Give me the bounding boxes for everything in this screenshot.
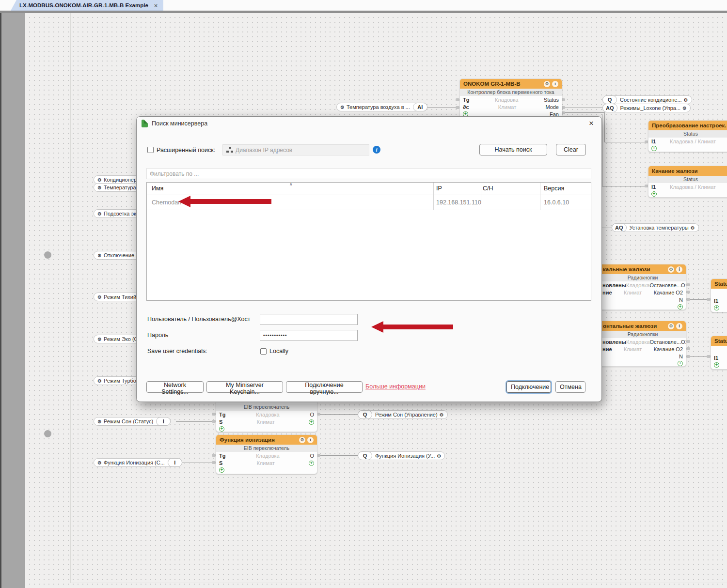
ip-range-input[interactable] <box>222 144 369 155</box>
pin-label[interactable]: ние <box>602 346 612 352</box>
manual-connect-button[interactable]: Подключение вручную... <box>286 381 363 393</box>
gear-icon[interactable]: ⚙ <box>299 437 305 443</box>
gear-icon[interactable]: ⚙ <box>97 211 102 217</box>
close-icon[interactable]: × <box>587 119 596 128</box>
block-header[interactable]: онтальные жалюзи ⚙ i <box>600 321 686 331</box>
function-block-transform[interactable]: Преобразование настроек. Status I1 Кладо… <box>648 120 727 152</box>
info-icon[interactable]: i <box>373 146 380 154</box>
pin-label[interactable]: ние <box>602 290 612 295</box>
connect-button[interactable]: Подключение <box>506 381 551 393</box>
pin-label[interactable]: O <box>310 453 314 459</box>
dialog-titlebar[interactable]: Поиск минисервера <box>137 117 601 130</box>
pin-label[interactable]: Tg <box>463 97 469 103</box>
pin-label[interactable]: ϑc <box>463 104 469 110</box>
plus-icon[interactable]: + <box>219 467 224 473</box>
block-header[interactable]: ONOKOM GR-1-MB-B ⚙ i <box>460 79 562 89</box>
more-info-link[interactable]: Больше информации <box>365 383 426 390</box>
port-capsule[interactable]: AI <box>413 103 427 111</box>
port-capsule[interactable]: Q <box>358 451 372 460</box>
column-header-name[interactable]: Имя <box>152 185 163 192</box>
cancel-button[interactable]: Отмена <box>555 381 585 393</box>
pin-label[interactable]: N <box>679 354 683 359</box>
pin-label[interactable]: Mode <box>545 104 559 110</box>
tab-close-icon[interactable]: × <box>153 2 159 9</box>
io-pill-q-state[interactable]: Q Состояние кондиционе... ⚙ <box>602 95 692 104</box>
io-pill-temp-air[interactable]: ⚙ Температура воздуха в ... AI <box>336 103 427 111</box>
pin-label[interactable]: Качание О2 <box>654 346 683 352</box>
info-badge-icon[interactable]: i <box>307 437 314 443</box>
function-block-eib-switch-1[interactable]: EIB переключатель Tg Кладовка O S Климат… <box>216 402 317 432</box>
pin-label[interactable]: Tg <box>219 412 225 418</box>
io-pill-aq-modes[interactable]: AQ Режимы_Loxone (Упра... ⚙ <box>602 104 691 112</box>
pin-label[interactable]: Остановле...О1 <box>649 339 686 345</box>
pin-label[interactable]: Status <box>544 97 559 103</box>
port-capsule[interactable]: Q <box>602 95 617 104</box>
pin-label[interactable]: I1 <box>651 139 656 144</box>
gear-icon[interactable]: ⚙ <box>97 460 102 465</box>
port-capsule[interactable]: AQ <box>612 223 627 232</box>
pin-label[interactable]: новлены <box>602 282 626 288</box>
pin-label[interactable]: N <box>679 297 683 303</box>
column-header-version[interactable]: Версия <box>544 185 564 192</box>
gear-icon[interactable]: ⚙ <box>97 253 102 258</box>
gear-icon[interactable]: ⚙ <box>544 81 550 87</box>
gear-icon[interactable]: ⚙ <box>97 185 102 190</box>
gear-icon[interactable]: ⚙ <box>97 294 102 300</box>
cell-ip[interactable]: 192.168.151.110 <box>436 199 481 206</box>
pin-label[interactable]: I1 <box>714 298 718 304</box>
pin-label[interactable]: O <box>310 412 314 418</box>
plus-icon[interactable]: + <box>714 305 719 310</box>
column-header-ip[interactable]: IP <box>436 185 442 192</box>
function-block-ionization[interactable]: Функция ионизация ⚙ i EIB переключатель … <box>216 434 317 474</box>
io-pill-q-ionization[interactable]: Q Функция Ионизация (У... ⚙ <box>358 451 445 460</box>
pin-label[interactable]: Качание О2 <box>654 290 683 295</box>
info-badge-icon[interactable]: i <box>676 323 682 329</box>
function-block-onokom[interactable]: ONOKOM GR-1-MB-B ⚙ i Контроллер блока пе… <box>459 78 562 120</box>
plus-icon[interactable]: + <box>678 361 683 366</box>
block-header[interactable]: Statu <box>711 336 727 346</box>
pin-label[interactable]: I1 <box>714 355 718 361</box>
function-block-horizontal-blinds[interactable]: онтальные жалюзи ⚙ i Радиокнопки новлены… <box>599 321 686 367</box>
gear-icon[interactable]: ⚙ <box>691 225 695 231</box>
io-pill-ionization-status[interactable]: ⚙ Функция Ионизация (С... I <box>94 458 182 467</box>
gear-icon[interactable]: ⚙ <box>684 97 688 103</box>
gear-icon[interactable]: ⚙ <box>97 337 102 342</box>
advanced-search-checkbox[interactable] <box>147 147 154 153</box>
cell-version[interactable]: 16.0.6.10 <box>544 199 569 206</box>
block-header[interactable]: Преобразование настроек. <box>648 121 727 130</box>
filter-input[interactable] <box>146 168 591 179</box>
gear-icon[interactable]: ⚙ <box>97 419 102 424</box>
pin-label[interactable]: Остановле...О1 <box>649 282 686 288</box>
io-pill-aq-settemp[interactable]: AQ Установка температуры ⚙ <box>612 223 699 232</box>
port-capsule[interactable]: AQ <box>602 104 617 112</box>
plus-icon[interactable]: + <box>651 146 657 151</box>
keychain-button[interactable]: My Miniserver Keychain... <box>206 381 283 393</box>
plus-icon[interactable]: + <box>219 426 224 432</box>
function-block-vertical-blinds[interactable]: кальные жалюзи ⚙ i Радиокнопки новлены К… <box>599 264 686 310</box>
pin-label[interactable]: Tg <box>219 453 225 459</box>
document-tab[interactable]: LX-MODBUS-ONOKOM-AIR-GR-1-MB-B Example × <box>11 0 163 11</box>
block-header[interactable]: кальные жалюзи ⚙ i <box>600 264 686 274</box>
block-header[interactable]: Функция ионизация ⚙ i <box>216 435 317 445</box>
password-input[interactable] <box>260 330 358 341</box>
plus-icon[interactable]: + <box>678 304 683 309</box>
pin-label[interactable]: S <box>219 460 222 466</box>
port-capsule[interactable]: I <box>168 458 182 467</box>
gear-icon[interactable]: ⚙ <box>97 378 102 384</box>
cell-name[interactable]: Chemodan <box>152 199 181 206</box>
plus-icon[interactable]: + <box>714 362 719 368</box>
io-pill-q-sleep[interactable]: Q Режим Сон (Управление) ⚙ <box>358 410 448 419</box>
pin-label[interactable]: S <box>219 419 222 425</box>
pin-label[interactable]: I1 <box>651 184 656 190</box>
gear-icon[interactable]: ⚙ <box>440 412 444 418</box>
column-header-sn[interactable]: С/Н <box>483 185 493 192</box>
gear-icon[interactable]: ⚙ <box>668 323 674 329</box>
plus-icon[interactable]: + <box>651 191 657 197</box>
plus-icon[interactable]: + <box>309 419 314 425</box>
function-block-swing[interactable]: Качание жалюзи Status I1 Кладовка / Клим… <box>648 166 727 198</box>
function-block-status-1[interactable]: Statu I1 + <box>711 279 727 312</box>
io-pill-sleep-status[interactable]: ⚙ Режим Сон (Статус) I <box>94 417 171 426</box>
block-header[interactable]: Statu <box>711 279 727 289</box>
table-header[interactable]: Имя IP С/Н Версия ∧ <box>147 183 591 195</box>
sort-caret-icon[interactable]: ∧ <box>289 182 293 186</box>
